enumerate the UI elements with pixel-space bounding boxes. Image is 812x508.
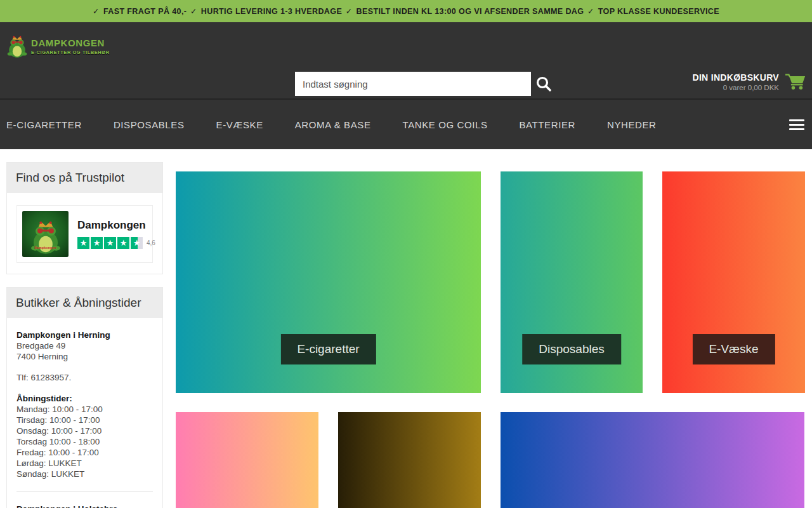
cart-widget[interactable]: DIN INDKØBSKURV 0 varer 0,00 DKK bbox=[693, 72, 806, 91]
cart-icon bbox=[785, 73, 806, 91]
nav-item-tanke-coils[interactable]: TANKE OG COILS bbox=[403, 119, 488, 130]
nav-item-nyheder[interactable]: NYHEDER bbox=[607, 119, 657, 130]
opening-hours-line: Fredag: 10:00 - 17:00 bbox=[16, 447, 153, 458]
nav-item-disposables[interactable]: DISPOSABLES bbox=[114, 119, 185, 130]
cart-summary: 0 varer 0,00 DKK bbox=[693, 84, 779, 91]
nav-item-e-cigaretter[interactable]: E-CIGARETTER bbox=[6, 119, 82, 130]
nav-item-e-vaeske[interactable]: E-VÆSKE bbox=[216, 119, 263, 130]
star-icon: ★ bbox=[117, 237, 129, 249]
promo-text: BESTILT INDEN KL 13:00 OG VI AFSENDER SA… bbox=[357, 7, 584, 16]
category-tile-e-cigaretter[interactable]: E-cigaretter bbox=[176, 171, 481, 393]
promo-item: ✓TOP KLASSE KUNDESERVICE bbox=[587, 6, 719, 16]
opening-hours-line: Søndag: LUKKET bbox=[16, 469, 153, 479]
check-icon: ✓ bbox=[587, 7, 594, 16]
nav-item-aroma-base[interactable]: AROMA & BASE bbox=[295, 119, 371, 130]
category-tile-disposables[interactable]: Disposables bbox=[501, 171, 643, 393]
category-tile-blue[interactable] bbox=[501, 412, 804, 508]
category-button-e-vaeske[interactable]: E-Væske bbox=[692, 334, 775, 364]
promo-text: FAST FRAGT PÅ 40,- bbox=[103, 7, 187, 16]
logo[interactable]: DAMPKONGEN E-CIGARETTER OG TILBEHØR bbox=[6, 34, 110, 58]
trustpilot-company-name: Dampkongen bbox=[77, 219, 155, 232]
search-bar bbox=[295, 72, 553, 96]
star-icon: ★ bbox=[91, 237, 103, 249]
store-address-line: Bredgade 49 bbox=[16, 340, 153, 351]
store-name: Dampkongen i Holstebro bbox=[16, 504, 153, 508]
logo-title: DAMPKONGEN bbox=[31, 38, 110, 48]
main-nav: E-CIGARETTER DISPOSABLES E-VÆSKE AROMA &… bbox=[0, 98, 812, 149]
opening-hours-line: Lørdag: LUKKET bbox=[16, 458, 153, 469]
stores-box: Butikker & Åbningstider Dampkongen i Her… bbox=[6, 287, 163, 508]
store-name: Dampkongen i Herning bbox=[16, 330, 153, 340]
tile-row bbox=[176, 412, 805, 508]
frog-logo-icon bbox=[6, 34, 28, 58]
promo-bar: ✓FAST FRAGT PÅ 40,- ✓HURTIG LEVERING 1-3… bbox=[0, 0, 812, 22]
page-content: Find os på Trustpilot bbox=[0, 149, 812, 508]
trustpilot-rating: 4,6 bbox=[147, 239, 155, 246]
search-button[interactable] bbox=[535, 75, 553, 93]
trustpilot-body: Dampkongen Dampkongen ★ ★ ★ ★ ★ 4,6 bbox=[7, 193, 162, 274]
logo-text: DAMPKONGEN E-CIGARETTER OG TILBEHØR bbox=[31, 38, 110, 55]
trustpilot-heading: Find os på Trustpilot bbox=[7, 163, 162, 193]
check-icon: ✓ bbox=[93, 7, 100, 16]
star-icon-partial: ★ bbox=[131, 237, 143, 249]
category-tile-e-vaeske[interactable]: E-Væske bbox=[662, 171, 805, 393]
trustpilot-widget[interactable]: Dampkongen Dampkongen ★ ★ ★ ★ ★ 4,6 bbox=[16, 205, 153, 263]
category-grid: E-cigaretter Disposables E-Væske bbox=[176, 171, 805, 508]
check-icon: ✓ bbox=[190, 7, 197, 16]
opening-hours-line: Tirsdag: 10:00 - 17:00 bbox=[16, 415, 153, 425]
trustpilot-stars: ★ ★ ★ ★ ★ 4,6 bbox=[77, 237, 155, 249]
cart-text: DIN INDKØBSKURV 0 varer 0,00 DKK bbox=[693, 72, 779, 91]
tile-row: E-cigaretter Disposables E-Væske bbox=[176, 171, 805, 393]
opening-hours-line: Mandag: 10:00 - 17:00 bbox=[16, 404, 153, 415]
stores-body: Dampkongen i Herning Bredgade 49 7400 He… bbox=[7, 318, 162, 508]
trustpilot-box: Find os på Trustpilot bbox=[6, 162, 163, 274]
promo-item: ✓BESTILT INDEN KL 13:00 OG VI AFSENDER S… bbox=[346, 6, 584, 16]
star-icon: ★ bbox=[104, 237, 116, 249]
search-icon bbox=[535, 75, 553, 93]
hamburger-menu-icon[interactable] bbox=[789, 119, 804, 130]
nav-item-batterier[interactable]: BATTERIER bbox=[520, 119, 575, 130]
category-button-disposables[interactable]: Disposables bbox=[522, 334, 621, 364]
promo-item: ✓FAST FRAGT PÅ 40,- bbox=[93, 6, 187, 16]
opening-hours-title: Åbningstider: bbox=[16, 393, 153, 404]
category-tile-gold[interactable] bbox=[338, 412, 481, 508]
trustpilot-logo-image: Dampkongen bbox=[22, 211, 69, 257]
category-button-e-cigaretter[interactable]: E-cigaretter bbox=[280, 334, 376, 364]
search-input[interactable] bbox=[295, 72, 531, 96]
promo-item: ✓HURTIG LEVERING 1-3 HVERDAGE bbox=[190, 6, 342, 16]
opening-hours-line: Onsdag: 10:00 - 17:00 bbox=[16, 425, 153, 436]
trustpilot-logo-caption: Dampkongen bbox=[34, 246, 56, 250]
promo-text: HURTIG LEVERING 1-3 HVERDAGE bbox=[201, 7, 342, 16]
promo-text: TOP KLASSE KUNDESERVICE bbox=[598, 7, 719, 16]
trustpilot-info: Dampkongen ★ ★ ★ ★ ★ 4,6 bbox=[77, 219, 155, 249]
logo-subtitle: E-CIGARETTER OG TILBEHØR bbox=[31, 50, 110, 55]
check-icon: ✓ bbox=[346, 7, 353, 16]
divider bbox=[16, 491, 153, 492]
star-icon: ★ bbox=[77, 237, 89, 249]
cart-title: DIN INDKØBSKURV bbox=[693, 72, 779, 83]
store-address-line: 7400 Herning bbox=[16, 351, 153, 362]
store-phone: Tlf: 61283957. bbox=[16, 372, 153, 383]
sidebar: Find os på Trustpilot bbox=[6, 162, 163, 508]
stores-heading: Butikker & Åbningstider bbox=[7, 288, 162, 318]
opening-hours-line: Torsdag 10:00 - 18:00 bbox=[16, 436, 153, 447]
category-tile-pink[interactable] bbox=[176, 412, 318, 508]
site-header: DAMPKONGEN E-CIGARETTER OG TILBEHØR DIN … bbox=[0, 22, 812, 98]
